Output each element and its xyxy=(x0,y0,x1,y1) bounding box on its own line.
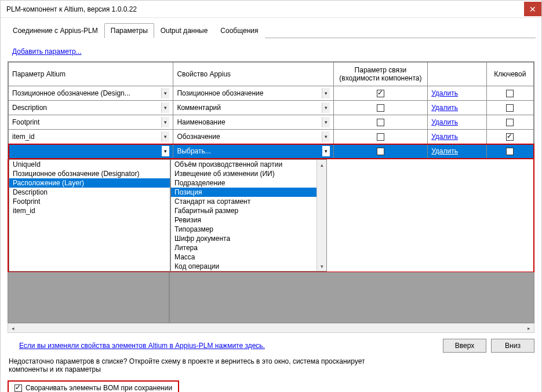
link-checkbox[interactable] xyxy=(377,133,384,141)
scroll-down-icon[interactable]: ▾ xyxy=(317,261,326,271)
parameter-table: Параметр Altium Свойство Appius Параметр… xyxy=(8,61,534,159)
scroll-up-icon[interactable]: ▴ xyxy=(317,160,326,170)
link-checkbox[interactable] xyxy=(377,90,384,97)
table-row: Позиционное обозначение (Design...▾ Пози… xyxy=(9,86,534,101)
titlebar: PLM-компонент к Altium, версия 1.0.0.22 … xyxy=(1,1,541,18)
list-item-selected[interactable]: Расположение (Layer) xyxy=(9,178,170,188)
scrollbar-vertical[interactable]: ▴ ▾ xyxy=(317,160,326,271)
list-item[interactable]: Объём производственной партии xyxy=(171,160,326,169)
header-link: Параметр связи (входимости компонента) xyxy=(333,63,428,86)
tab-strip: Соединение с Appius-PLM Параметры Output… xyxy=(6,23,536,38)
move-up-button[interactable]: Вверх xyxy=(443,339,486,353)
chevron-down-icon[interactable]: ▾ xyxy=(322,146,330,156)
add-parameter-link[interactable]: Добавить параметр... xyxy=(12,47,82,56)
altium-combo[interactable]: ▾ xyxy=(12,146,169,156)
scroll-right-icon[interactable]: ▸ xyxy=(524,325,534,331)
appius-combo[interactable]: Выбрать...▾ xyxy=(177,146,329,156)
scrollbar-horizontal[interactable]: ◂ ▸ xyxy=(8,323,534,333)
collapse-label: Сворачивать элементы BOM при сохранении xyxy=(26,384,172,392)
altium-combo[interactable]: Позиционное обозначение (Design...▾ xyxy=(12,88,169,98)
key-checkbox[interactable] xyxy=(506,133,514,141)
list-item[interactable]: Масса xyxy=(171,252,326,262)
content-area: Соединение с Appius-PLM Параметры Output… xyxy=(1,18,541,392)
list-item[interactable]: Footprint xyxy=(9,197,170,206)
header-row: Параметр Altium Свойство Appius Параметр… xyxy=(9,63,534,86)
key-checkbox[interactable] xyxy=(506,104,514,112)
header-delete xyxy=(428,63,487,86)
list-item[interactable]: Ревизия xyxy=(171,215,326,225)
link-checkbox[interactable] xyxy=(377,104,384,112)
list-item[interactable]: UniqueId xyxy=(9,160,170,169)
delete-link[interactable]: Удалить xyxy=(431,89,458,97)
appius-combo[interactable]: Наименование▾ xyxy=(177,117,329,127)
window-title: PLM-компонент к Altium, версия 1.0.0.22 xyxy=(6,5,137,13)
delete-link[interactable]: Удалить xyxy=(431,118,458,126)
chevron-down-icon[interactable]: ▾ xyxy=(322,117,330,127)
tab-connection[interactable]: Соединение с Appius-PLM xyxy=(6,23,104,38)
table-row-selected: ▾ Выбрать...▾ Удалить xyxy=(9,144,534,159)
chevron-down-icon[interactable]: ▾ xyxy=(322,131,330,142)
table-row: Footprint▾ Наименование▾ Удалить xyxy=(9,115,534,130)
list-item[interactable]: Description xyxy=(9,188,170,197)
altium-combo[interactable]: Footprint▾ xyxy=(12,117,169,127)
key-checkbox[interactable] xyxy=(506,119,514,126)
scroll-left-icon[interactable]: ◂ xyxy=(8,325,18,331)
tab-output[interactable]: Output данные xyxy=(154,23,214,38)
altium-combo[interactable]: Description▾ xyxy=(12,102,169,113)
list-item[interactable]: Литера xyxy=(171,243,326,252)
list-item[interactable]: Шифр документа xyxy=(171,234,326,243)
chevron-down-icon[interactable]: ▾ xyxy=(161,102,169,113)
refresh-properties-link[interactable]: Если вы изменяли свойства элементов Alti… xyxy=(19,342,265,350)
list-item[interactable]: Типоразмер xyxy=(171,225,326,234)
appius-dropdown-list[interactable]: Объём производственной партии Извещение … xyxy=(170,159,327,272)
empty-grid-area xyxy=(8,273,534,323)
list-item-selected[interactable]: Позиция xyxy=(171,188,326,197)
header-appius: Свойство Appius xyxy=(173,63,333,86)
altium-dropdown-list[interactable]: UniqueId Позиционное обозначение (Design… xyxy=(9,159,170,272)
chevron-down-icon[interactable]: ▾ xyxy=(161,146,169,156)
delete-link[interactable]: Удалить xyxy=(431,147,458,155)
tab-parameters[interactable]: Параметры xyxy=(104,23,154,38)
list-item[interactable]: Стандарт на сортамент xyxy=(171,197,326,206)
list-item[interactable]: Позиционное обозначение (Designator) xyxy=(9,169,170,178)
chevron-down-icon[interactable]: ▾ xyxy=(322,88,330,98)
move-down-button[interactable]: Вниз xyxy=(491,339,534,353)
dropdown-area: UniqueId Позиционное обозначение (Design… xyxy=(8,159,534,273)
list-item[interactable]: Код операции xyxy=(171,262,326,271)
appius-combo[interactable]: Обозначение▾ xyxy=(177,131,329,142)
delete-link[interactable]: Удалить xyxy=(431,104,458,112)
tab-messages[interactable]: Сообщения xyxy=(214,23,264,38)
key-checkbox[interactable] xyxy=(506,148,514,155)
delete-link[interactable]: Удалить xyxy=(431,133,458,141)
appius-combo[interactable]: Позиционное обозначение▾ xyxy=(177,88,329,98)
chevron-down-icon[interactable]: ▾ xyxy=(161,88,169,98)
chevron-down-icon[interactable]: ▾ xyxy=(161,131,169,142)
dialog-window: PLM-компонент к Altium, версия 1.0.0.22 … xyxy=(0,0,542,392)
list-item[interactable]: item_id xyxy=(9,206,170,215)
table-row: item_id▾ Обозначение▾ Удалить xyxy=(9,130,534,144)
chevron-down-icon[interactable]: ▾ xyxy=(322,102,330,113)
list-item[interactable]: Извещение об изменении (ИИ) xyxy=(171,169,326,178)
collapse-bom-option[interactable]: Сворачивать элементы BOM при сохранении xyxy=(8,380,179,392)
altium-combo[interactable]: item_id▾ xyxy=(12,131,169,142)
header-key: Ключевой xyxy=(486,63,533,86)
list-item[interactable]: Габаритный размер xyxy=(171,206,326,215)
hint-text: Недостаточно параметров в списке? Открой… xyxy=(9,357,385,373)
list-item[interactable]: Подразделение xyxy=(171,178,326,188)
bottom-panel: Если вы изменяли свойства элементов Alti… xyxy=(8,339,534,392)
link-checkbox[interactable] xyxy=(377,148,384,155)
close-icon: ✕ xyxy=(529,5,536,14)
appius-combo[interactable]: Комментарий▾ xyxy=(177,102,329,113)
link-checkbox[interactable] xyxy=(377,119,384,126)
header-altium: Параметр Altium xyxy=(9,63,173,86)
close-button[interactable]: ✕ xyxy=(524,2,541,16)
collapse-checkbox[interactable] xyxy=(14,384,22,392)
key-checkbox[interactable] xyxy=(506,90,514,97)
table-row: Description▾ Комментарий▾ Удалить xyxy=(9,101,534,115)
chevron-down-icon[interactable]: ▾ xyxy=(161,117,169,127)
